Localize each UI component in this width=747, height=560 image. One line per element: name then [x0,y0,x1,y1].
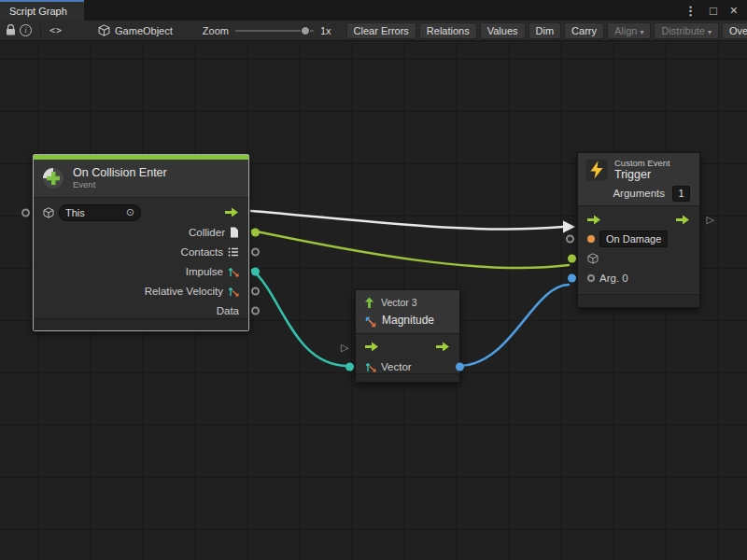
target-input-port[interactable] [21,208,30,217]
cube-icon [43,207,54,218]
window-controls: ⋮ □ × [684,0,747,21]
node-title: On Collision Enter [73,166,167,179]
node-header: Vector 3 Magnitude [356,290,459,334]
event-name-input-port[interactable] [566,235,574,244]
port-label: Collider [189,227,225,238]
relations-button[interactable]: Relations [419,22,477,39]
kebab-menu-icon[interactable]: ⋮ [684,5,697,17]
node-footer [578,294,699,307]
port-row-collider: Collider [34,222,248,242]
cube-icon [587,253,599,264]
code-view-icon[interactable]: <> [49,23,63,38]
contacts-output-port[interactable] [251,247,260,256]
node-body: ▷ On Damage Arg. 0 [578,206,699,288]
gameobject-label: GameObject [115,25,173,36]
zoom-control: Zoom 1x [203,25,331,36]
target-input-port[interactable] [568,255,576,263]
arg0-input-port[interactable] [568,274,576,283]
node-footer [356,373,459,382]
data-output-port[interactable] [251,306,260,315]
port-row-impulse: Impulse [34,261,248,281]
magnitude-output-port[interactable] [456,362,464,371]
lock-icon[interactable] [6,23,16,38]
port-row-arg0: Arg. 0 [578,269,699,288]
event-name-field[interactable]: On Damage [599,231,668,247]
node-vector3-magnitude[interactable]: Vector 3 Magnitude ▷ [355,289,460,383]
object-picker-icon[interactable]: ⊙ [126,206,134,218]
port-label: Arg. 0 [599,273,628,284]
list-icon [228,247,239,257]
zoom-value: 1x [320,25,331,36]
node-subtitle: Event [73,179,167,189]
node-kind: Custom Event [614,158,670,168]
wire-impulse-to-vector[interactable] [252,270,348,366]
node-trigger-custom-event[interactable]: Custom Event Trigger Arguments 1 [577,152,700,308]
node-footer [34,318,248,330]
overview-button[interactable]: Overv [722,22,747,39]
collision-event-icon [41,166,65,190]
node-body: ▷ Vector [356,334,459,376]
vector-axis-icon [228,286,239,297]
graph-canvas[interactable]: On Collision Enter Event This ⊙ [0,41,747,560]
port-label: Relative Velocity [145,286,223,297]
document-icon [230,227,239,238]
node-title: Trigger [614,168,670,181]
clear-errors-button[interactable]: Clear Errors [346,22,416,39]
vector-axis-icon [365,361,376,372]
wire-magnitude-to-arg0[interactable] [459,285,569,366]
dim-button[interactable]: Dim [529,22,562,39]
zoom-slider[interactable] [235,25,314,36]
node-body: This ⊙ Collider Contacts [34,198,248,320]
align-dropdown[interactable]: Align▾ [607,22,651,39]
node-on-collision-enter[interactable]: On Collision Enter Event This ⊙ [33,154,249,331]
relation-triangle: ▷ [707,215,714,225]
zoom-label: Zoom [203,25,229,36]
maximize-icon[interactable]: □ [710,5,717,17]
arguments-label: Arguments [613,188,665,199]
arguments-row: Arguments 1 [585,186,692,202]
vector-axis-icon [228,266,239,277]
node-title: Magnitude [382,315,434,328]
control-input-port[interactable] [365,342,379,352]
port-row-data: Data [34,301,248,320]
arguments-count-field[interactable]: 1 [672,186,690,202]
port-label: Impulse [186,266,223,277]
wire-control-arrowhead [563,221,575,233]
info-icon[interactable]: i [20,23,32,38]
vector-input-port[interactable] [345,362,354,371]
chevron-down-icon: ▾ [640,28,643,36]
toolbar-separator [40,24,41,36]
tab-title: Script Graph [9,6,67,17]
this-object-field[interactable]: This ⊙ [59,204,141,221]
relative-velocity-output-port[interactable] [251,287,260,295]
wire-control-flow[interactable] [251,211,563,229]
control-output-port[interactable] [225,207,239,217]
control-output-port[interactable] [436,342,450,352]
wire-collider-to-target[interactable] [252,231,569,268]
gameobject-context[interactable]: GameObject [98,24,173,36]
distribute-dropdown[interactable]: Distribute▾ [654,22,718,39]
values-button[interactable]: Values [480,22,526,39]
zoom-slider-handle[interactable] [301,26,310,35]
cube-icon [98,24,110,36]
control-output-port[interactable] [676,215,690,225]
tab-script-graph[interactable]: Script Graph [0,0,84,21]
node-kind: Vector 3 [381,297,417,309]
chevron-down-icon: ▾ [708,28,712,36]
impulse-output-port[interactable] [251,267,260,275]
close-icon[interactable]: × [730,4,738,17]
collider-output-port[interactable] [251,228,260,236]
port-row-contacts: Contacts [34,242,248,261]
toolbar: i <> GameObject Zoom 1x Clear Errors Rel… [0,21,747,41]
arg0-port-dot[interactable] [587,274,595,282]
magnitude-icon [363,315,376,328]
toolbar-buttons: Clear Errors Relations Values Dim Carry … [346,22,747,39]
target-row: This ⊙ [34,203,248,222]
string-port-dot[interactable] [587,235,595,243]
port-label: Data [217,305,239,316]
vector3-icon [363,297,375,309]
flow-row: ▷ [578,210,699,230]
control-input-port[interactable] [587,215,601,225]
carry-button[interactable]: Carry [564,22,604,39]
port-label: Vector [381,361,412,372]
